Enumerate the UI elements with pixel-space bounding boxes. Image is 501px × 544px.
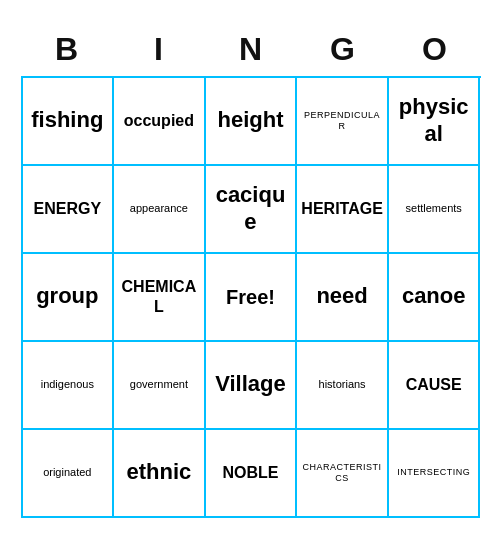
cell-text-16: government: [130, 378, 188, 391]
cell-text-24: INTERSECTING: [397, 467, 470, 478]
cell-text-21: ethnic: [126, 459, 191, 485]
cell-text-4: physical: [393, 94, 475, 147]
bingo-card: BINGO fishingoccupiedheightPERPENDICULAR…: [11, 17, 491, 528]
cell-text-7: cacique: [210, 182, 292, 235]
cell-text-5: ENERGY: [34, 199, 102, 218]
bingo-cell-23[interactable]: characteristics: [297, 430, 389, 518]
bingo-cell-6[interactable]: appearance: [114, 166, 206, 254]
cell-text-15: indigenous: [41, 378, 94, 391]
cell-text-22: NOBLE: [222, 463, 278, 482]
bingo-cell-17[interactable]: Village: [206, 342, 298, 430]
bingo-cell-20[interactable]: originated: [23, 430, 115, 518]
header-letter-g: G: [297, 27, 389, 72]
cell-text-14: canoe: [402, 283, 466, 309]
header-letter-o: O: [389, 27, 481, 72]
header-letter-b: B: [21, 27, 113, 72]
bingo-cell-19[interactable]: CAUSE: [389, 342, 481, 430]
bingo-header: BINGO: [21, 27, 481, 72]
cell-text-9: settlements: [406, 202, 462, 215]
cell-text-12: Free!: [226, 285, 275, 309]
cell-text-13: need: [316, 283, 367, 309]
cell-text-18: historians: [319, 378, 366, 391]
header-letter-n: N: [205, 27, 297, 72]
bingo-cell-13[interactable]: need: [297, 254, 389, 342]
header-letter-i: I: [113, 27, 205, 72]
cell-text-17: Village: [215, 371, 286, 397]
cell-text-10: group: [36, 283, 98, 309]
bingo-cell-15[interactable]: indigenous: [23, 342, 115, 430]
bingo-cell-5[interactable]: ENERGY: [23, 166, 115, 254]
cell-text-0: fishing: [31, 107, 103, 133]
bingo-cell-12[interactable]: Free!: [206, 254, 298, 342]
bingo-cell-18[interactable]: historians: [297, 342, 389, 430]
cell-text-6: appearance: [130, 202, 188, 215]
cell-text-1: occupied: [124, 111, 194, 130]
cell-text-23: characteristics: [301, 462, 383, 484]
cell-text-3: PERPENDICULAR: [301, 110, 383, 132]
bingo-cell-22[interactable]: NOBLE: [206, 430, 298, 518]
cell-text-2: height: [217, 107, 283, 133]
bingo-cell-21[interactable]: ethnic: [114, 430, 206, 518]
bingo-cell-1[interactable]: occupied: [114, 78, 206, 166]
cell-text-20: originated: [43, 466, 91, 479]
cell-text-8: HERITAGE: [301, 199, 382, 218]
bingo-cell-3[interactable]: PERPENDICULAR: [297, 78, 389, 166]
bingo-cell-2[interactable]: height: [206, 78, 298, 166]
bingo-cell-11[interactable]: CHEMICAL: [114, 254, 206, 342]
bingo-cell-14[interactable]: canoe: [389, 254, 481, 342]
bingo-cell-8[interactable]: HERITAGE: [297, 166, 389, 254]
bingo-cell-10[interactable]: group: [23, 254, 115, 342]
bingo-cell-7[interactable]: cacique: [206, 166, 298, 254]
bingo-cell-16[interactable]: government: [114, 342, 206, 430]
bingo-cell-24[interactable]: INTERSECTING: [389, 430, 481, 518]
bingo-cell-9[interactable]: settlements: [389, 166, 481, 254]
bingo-cell-4[interactable]: physical: [389, 78, 481, 166]
cell-text-11: CHEMICAL: [118, 277, 200, 315]
bingo-cell-0[interactable]: fishing: [23, 78, 115, 166]
bingo-grid: fishingoccupiedheightPERPENDICULARphysic…: [21, 76, 481, 518]
cell-text-19: CAUSE: [406, 375, 462, 394]
